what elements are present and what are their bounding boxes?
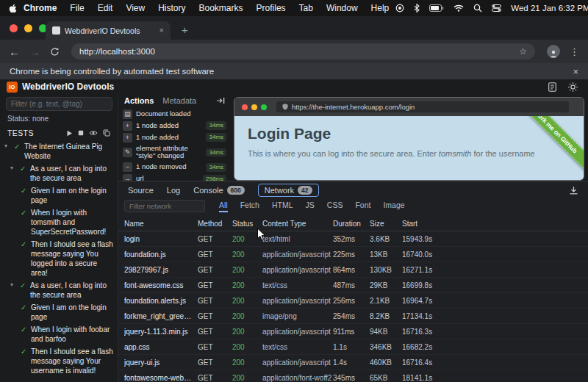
menu-item-help[interactable]: Help — [365, 3, 396, 13]
test-tree-item[interactable]: ✓Then I should see a flash message sayin… — [0, 238, 118, 279]
menu-item-edit[interactable]: Edit — [91, 3, 120, 13]
cell-name: jquery-1.11.3.min.js — [124, 328, 198, 336]
test-tree-item[interactable]: ✓Given I am on the login page — [0, 184, 118, 206]
action-item[interactable]: ▤Document loaded — [118, 108, 231, 120]
browser-tab[interactable]: WebdriverIO Devtools × — [46, 21, 171, 40]
tab-actions[interactable]: Actions — [124, 96, 154, 105]
wifi-icon[interactable] — [453, 4, 464, 12]
network-row[interactable]: app.cssGET200text/css1.1s346KB16682.2s — [118, 339, 588, 355]
reload-button[interactable] — [50, 47, 60, 57]
new-tab-button[interactable]: + — [182, 24, 188, 35]
collapse-panel-button[interactable] — [216, 97, 225, 104]
action-item[interactable]: +1 node added34ms — [118, 131, 231, 143]
menu-item-tab[interactable]: Tab — [293, 3, 320, 13]
network-row[interactable]: loginGET200text/html352ms3.6KB15943.9s — [118, 231, 588, 247]
filter-tab-html[interactable]: HTML — [272, 201, 293, 212]
battery-icon[interactable] — [429, 4, 444, 12]
network-row[interactable]: foundation.alerts.jsGET200application/ja… — [118, 293, 588, 309]
cell-method: GET — [198, 266, 232, 274]
menu-item-profiles[interactable]: Profiles — [250, 3, 293, 13]
menu-item-window[interactable]: Window — [320, 3, 365, 13]
screen-record-icon[interactable] — [395, 4, 404, 12]
test-tree-item[interactable]: ✓When I login with tomsmith and SuperSec… — [0, 206, 118, 238]
duration-badge: 34ms — [206, 148, 226, 157]
menu-item-bookmarks[interactable]: Bookmarks — [193, 3, 250, 13]
menu-item-history[interactable]: History — [151, 3, 192, 13]
action-item[interactable]: ✎element attribute "style" changed34ms — [118, 143, 231, 162]
network-row[interactable]: jquery-ui.jsGET200application/javascript… — [118, 355, 588, 370]
action-label: 1 node added — [136, 134, 202, 142]
browser-preview[interactable]: https://the-internet.herokuapp.com/login… — [234, 97, 584, 181]
network-row[interactable]: jquery-1.11.3.min.jsGET200application/ja… — [118, 324, 588, 339]
chevron-down-icon[interactable]: ▾ — [10, 281, 17, 300]
cell-dur: 352ms — [333, 235, 370, 243]
devtools-tab-source[interactable]: Source — [128, 186, 154, 195]
devtools-tab-console[interactable]: Console600 — [193, 186, 245, 195]
test-tree-item[interactable]: ✓When I login with foobar and barfoo — [0, 323, 118, 345]
actions-list: ▤Document loaded+1 node added34ms+1 node… — [118, 108, 231, 181]
network-row[interactable]: foundation.jsGET200application/javascrip… — [118, 247, 588, 262]
address-bar[interactable]: http://localhost:3000 ☆ — [71, 43, 535, 60]
test-tree-item[interactable]: ▾✓As a user, I can log into the secure a… — [0, 279, 118, 301]
bookmark-star-icon[interactable]: ☆ — [519, 47, 527, 56]
action-item[interactable]: −1 node removed34ms — [118, 162, 231, 173]
search-icon[interactable] — [473, 4, 482, 12]
run-tests-button[interactable] — [66, 130, 73, 137]
menu-item-file[interactable]: File — [63, 3, 90, 13]
filter-tab-all[interactable]: All — [219, 201, 228, 212]
filter-tab-fetch[interactable]: Fetch — [240, 201, 259, 212]
profile-avatar[interactable] — [547, 45, 560, 58]
browser-menu-icon[interactable]: ⋮ — [570, 47, 579, 57]
stop-tests-button[interactable] — [78, 130, 84, 136]
network-filter-input[interactable] — [124, 200, 205, 212]
tab-metadata[interactable]: Metadata — [162, 96, 196, 105]
network-row[interactable]: forkme_right_green_0072...GET200image/pn… — [118, 309, 588, 324]
control-center-icon[interactable] — [492, 4, 501, 12]
mouse-cursor — [257, 228, 266, 242]
copy-icon[interactable] — [103, 129, 110, 137]
cell-size: 94KB — [370, 328, 402, 336]
action-item[interactable]: +1 node added34ms — [118, 120, 231, 131]
infobar-close-icon[interactable]: × — [573, 67, 578, 76]
automation-infobar: Chrome is being controlled by automated … — [0, 63, 588, 79]
test-tree-item[interactable]: ▾✓The Internet Guinea Pig Website — [0, 140, 118, 162]
test-tree-item[interactable]: ✓Then I should see a flash message sayin… — [0, 345, 118, 377]
macos-menubar: ChromeFileEditViewHistoryBookmarksProfil… — [0, 0, 588, 16]
filter-tab-js[interactable]: JS — [306, 201, 315, 212]
watch-tests-button[interactable] — [89, 130, 98, 136]
network-row[interactable]: font-awesome.cssGET200text/css487ms29KB1… — [118, 278, 588, 293]
test-tree-item[interactable]: ▾✓As a user, I can log into the secure a… — [0, 162, 118, 184]
test-label: When I login with foobar and barfoo — [31, 325, 113, 344]
devtools-tab-network[interactable]: Network42 — [258, 184, 319, 197]
menu-item-chrome[interactable]: Chrome — [17, 3, 63, 13]
cell-status: 200 — [232, 358, 262, 367]
cell-ctype: application/javascript — [262, 358, 333, 367]
pass-check-icon: ✓ — [21, 239, 28, 278]
filter-tab-font[interactable]: Font — [355, 201, 370, 212]
network-row[interactable]: 298279967.jsGET200application/javascript… — [118, 262, 588, 278]
window-close-button[interactable] — [10, 24, 18, 32]
bluetooth-icon[interactable] — [414, 4, 420, 12]
test-tree-item[interactable]: ✓Given I am on the login page — [0, 301, 118, 323]
filter-tab-css[interactable]: CSS — [327, 201, 343, 212]
window-minimize-button[interactable] — [24, 24, 32, 32]
tab-label: Source — [128, 186, 154, 195]
menu-item-view[interactable]: View — [119, 3, 151, 13]
action-item[interactable]: →url298ms — [118, 173, 231, 181]
devtools-tab-log[interactable]: Log — [167, 186, 180, 195]
back-button[interactable]: ← — [9, 46, 20, 57]
tests-filter-input[interactable] — [6, 97, 112, 111]
chevron-down-icon[interactable]: ▾ — [4, 142, 11, 161]
menubar-clock[interactable]: Wed 21 Jan 6:32 PM — [511, 4, 588, 12]
download-icon[interactable] — [569, 186, 578, 195]
cell-method: GET — [198, 328, 232, 336]
theme-toggle-sun-icon[interactable] — [568, 82, 578, 92]
tab-close-icon[interactable]: × — [159, 26, 164, 35]
apple-menu-icon[interactable] — [9, 4, 17, 13]
forward-button[interactable]: → — [29, 46, 40, 57]
filter-tab-image[interactable]: Image — [383, 201, 404, 212]
report-icon[interactable] — [548, 82, 556, 92]
status-filter[interactable]: Status: none — [0, 112, 118, 124]
chevron-down-icon[interactable]: ▾ — [10, 164, 17, 183]
network-row[interactable]: fontawesome-webfont.wof...GET200applicat… — [118, 370, 588, 382]
